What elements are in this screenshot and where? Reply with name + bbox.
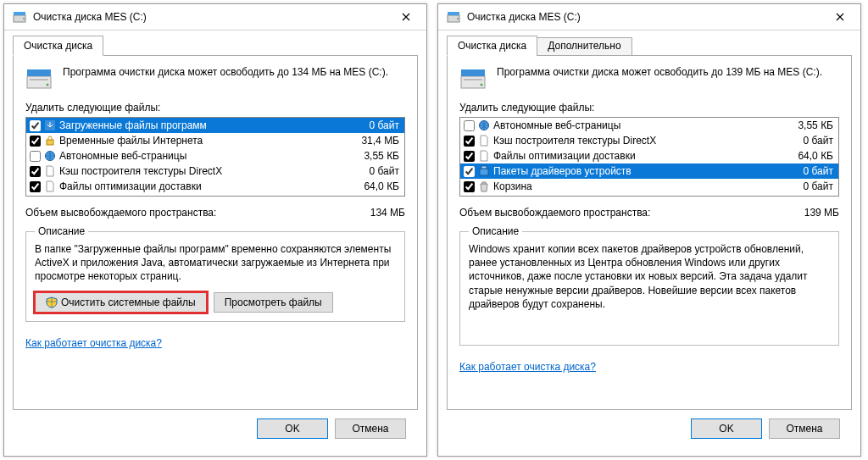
item-size: 64,0 КБ [364, 180, 401, 192]
ok-button[interactable]: OK [691, 418, 762, 439]
item-checkbox[interactable] [464, 151, 475, 162]
item-size: 0 байт [370, 165, 401, 177]
clean-system-files-label: Очистить системные файлы [61, 297, 196, 308]
file-icon [478, 135, 490, 147]
titlebar: Очистка диска MES (C:) [438, 4, 860, 30]
lock-icon [44, 135, 56, 147]
window-title: Очистка диска MES (C:) [467, 11, 821, 23]
item-size: 31,4 МБ [361, 135, 401, 147]
file-list[interactable]: Загруженные файлы программ0 байтВременны… [25, 117, 405, 197]
free-space-label: Объем высвобождаемого пространства: [25, 207, 216, 219]
item-size: 3,55 КБ [798, 119, 835, 131]
description-text: В папке "Загруженные файлы программ" вре… [35, 242, 396, 284]
list-item[interactable]: Автономные веб-страницы3,55 КБ [460, 118, 838, 133]
item-name: Автономные веб-страницы [59, 150, 359, 162]
free-space-label: Объем высвобождаемого пространства: [459, 207, 650, 219]
svg-rect-3 [27, 76, 51, 88]
download-icon [44, 119, 56, 131]
svg-rect-20 [482, 182, 486, 184]
cancel-button[interactable]: Отмена [335, 418, 406, 439]
item-size: 0 байт [804, 135, 835, 147]
list-item[interactable]: Файлы оптимизации доставки64,0 КБ [26, 179, 404, 194]
description-legend: Описание [35, 225, 88, 237]
item-size: 0 байт [370, 119, 401, 131]
close-icon [402, 10, 410, 24]
drive-icon [447, 10, 460, 24]
cancel-button[interactable]: Отмена [769, 418, 840, 439]
clean-system-files-button[interactable]: Очистить системные файлы [35, 292, 207, 313]
svg-rect-13 [461, 76, 485, 88]
list-item[interactable]: Файлы оптимизации доставки64,0 КБ [460, 148, 838, 163]
header-text: Программа очистки диска может освободить… [497, 66, 839, 78]
svg-rect-8 [47, 140, 53, 145]
item-checkbox[interactable] [464, 166, 475, 177]
drive-icon [13, 10, 26, 24]
svg-rect-19 [481, 166, 487, 169]
list-item[interactable]: Загруженные файлы программ0 байт [26, 118, 404, 133]
list-item[interactable]: Автономные веб-страницы3,55 КБ [26, 148, 404, 163]
disk-cleanup-window-basic: Очистка диска MES (C:) Очистка диска Про… [3, 3, 427, 457]
svg-point-12 [457, 18, 459, 19]
list-item[interactable]: Временные файлы Интернета31,4 МБ [26, 133, 404, 148]
shield-icon [46, 297, 58, 308]
item-name: Кэш построителя текстуры DirectX [493, 135, 798, 147]
item-size: 0 байт [804, 180, 835, 192]
tab-panel: Программа очистки диска может освободить… [447, 55, 852, 410]
ok-button[interactable]: OK [257, 418, 328, 439]
item-checkbox[interactable] [30, 181, 41, 192]
window-title: Очистка диска MES (C:) [33, 11, 387, 23]
item-checkbox[interactable] [30, 166, 41, 177]
item-name: Загруженные файлы программ [59, 119, 364, 131]
description-group: Описание Windows хранит копии всех пакет… [459, 225, 839, 346]
svg-rect-14 [461, 69, 485, 76]
tab-strip: Очистка диска Дополнительно [447, 36, 852, 56]
tab-advanced[interactable]: Дополнительно [537, 37, 632, 56]
list-item[interactable]: Пакеты драйверов устройств0 байт [460, 163, 838, 179]
svg-point-6 [47, 84, 49, 86]
item-name: Кэш построителя текстуры DirectX [59, 165, 364, 177]
svg-rect-15 [464, 79, 482, 80]
item-checkbox[interactable] [30, 151, 41, 162]
drive-icon-large [459, 66, 487, 90]
tab-cleanup[interactable]: Очистка диска [13, 36, 103, 56]
help-link[interactable]: Как работает очистка диска? [459, 361, 839, 373]
svg-rect-1 [14, 12, 25, 15]
list-item[interactable]: Корзина0 байт [460, 179, 838, 194]
window-content: Очистка диска Дополнительно Программа оч… [438, 30, 860, 456]
description-text: Windows хранит копии всех пакетов драйве… [469, 242, 830, 311]
file-list[interactable]: Автономные веб-страницы3,55 КБКэш постро… [459, 117, 839, 197]
tab-strip: Очистка диска [13, 36, 418, 56]
item-name: Файлы оптимизации доставки [59, 180, 359, 192]
file-icon [44, 180, 56, 192]
item-name: Автономные веб-страницы [493, 119, 793, 131]
file-icon [478, 150, 490, 162]
view-files-button[interactable]: Просмотреть файлы [214, 292, 333, 313]
item-checkbox[interactable] [464, 181, 475, 192]
item-checkbox[interactable] [30, 136, 41, 147]
driver-icon [478, 165, 490, 177]
tab-cleanup[interactable]: Очистка диска [447, 36, 537, 56]
header-text: Программа очистки диска может освободить… [63, 66, 405, 78]
close-button[interactable] [821, 5, 859, 29]
globe-icon [478, 119, 490, 131]
close-button[interactable] [387, 5, 425, 29]
svg-rect-4 [27, 69, 51, 76]
svg-point-16 [481, 84, 483, 86]
window-content: Очистка диска Программа очистки диска мо… [4, 30, 426, 456]
item-checkbox[interactable] [464, 120, 475, 131]
item-size: 64,0 КБ [798, 150, 835, 162]
list-item[interactable]: Кэш построителя текстуры DirectX0 байт [26, 163, 404, 179]
item-name: Временные файлы Интернета [59, 135, 356, 147]
list-item[interactable]: Кэш построителя текстуры DirectX0 байт [460, 133, 838, 148]
delete-label: Удалить следующие файлы: [459, 102, 839, 114]
item-name: Пакеты драйверов устройств [493, 165, 798, 177]
item-name: Файлы оптимизации доставки [493, 150, 793, 162]
globe-icon [44, 150, 56, 162]
svg-rect-11 [448, 12, 459, 15]
item-checkbox[interactable] [30, 120, 41, 131]
help-link[interactable]: Как работает очистка диска? [25, 337, 405, 349]
description-legend: Описание [469, 225, 522, 237]
svg-rect-18 [480, 169, 488, 175]
item-checkbox[interactable] [464, 136, 475, 147]
tab-panel: Программа очистки диска может освободить… [13, 55, 418, 410]
